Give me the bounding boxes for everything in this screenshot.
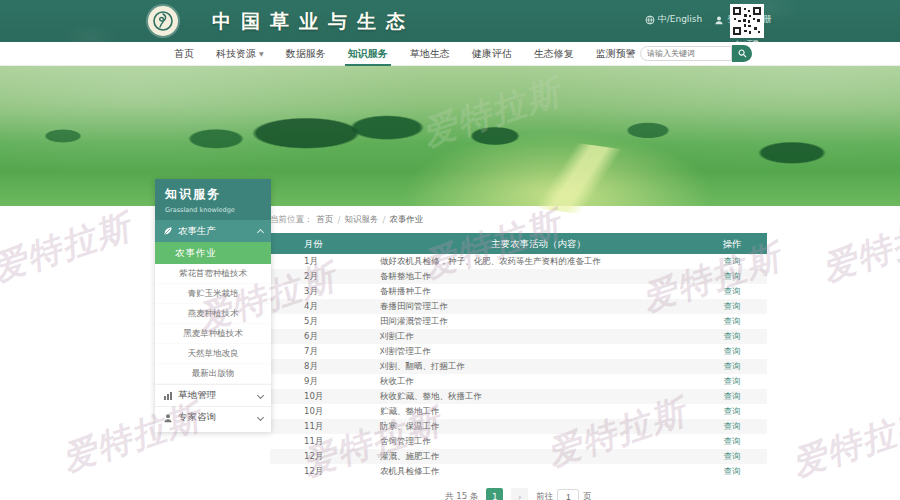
nav-item-label: 数据服务 (286, 47, 326, 61)
cell-activity: 田间灌溉管理工作 (380, 316, 697, 328)
cell-activity: 备耕播种工作 (380, 286, 697, 298)
nav-item[interactable]: 知识服务 ▼ (337, 42, 399, 66)
nav-search (640, 45, 752, 62)
pagination-next-button[interactable]: › (511, 488, 528, 500)
table-row: 1月 做好农机具检修，种子、化肥、农药等生产资料的准备工作 查询 (270, 254, 767, 269)
cell-month: 2月 (270, 271, 380, 283)
sidebar: 知识服务 Grassland knowledge 农事生产 农事作业 紫花苜蓿种… (155, 179, 271, 432)
query-link[interactable]: 查询 (724, 271, 741, 281)
search-button[interactable] (732, 45, 752, 62)
cell-activity: 做好农机具检修，种子、化肥、农药等生产资料的准备工作 (380, 256, 697, 268)
table-header-row: 月份 主要农事活动（内容） 操作 (270, 235, 767, 254)
content-area: 知识服务 Grassland knowledge 农事生产 农事作业 紫花苜蓿种… (0, 206, 900, 500)
sidebar-sub-item[interactable]: 燕麦种植技术 (155, 304, 271, 324)
table-row: 12月 灌溉、施肥工作 查询 (270, 449, 767, 464)
query-link[interactable]: 查询 (724, 256, 741, 266)
cell-activity: 灌溉、施肥工作 (380, 451, 697, 463)
sidebar-group-farming[interactable]: 农事生产 (155, 220, 271, 242)
nav-item-label: 首页 (174, 47, 194, 61)
query-link[interactable]: 查询 (724, 346, 741, 356)
table-row: 10月 贮藏、整地工作 查询 (270, 404, 767, 419)
qr-code-image (730, 4, 764, 38)
user-icon (714, 15, 724, 25)
cell-month: 9月 (270, 376, 380, 388)
cell-month: 12月 (270, 466, 380, 478)
query-link[interactable]: 查询 (724, 316, 741, 326)
sidebar-group-label: 专家咨询 (178, 411, 253, 424)
globe-icon (645, 15, 655, 25)
goto-suffix: 页 (583, 491, 592, 500)
nav-item[interactable]: 草地生态 ▼ (399, 42, 461, 66)
cell-activity: 防寒、保温工作 (380, 421, 697, 433)
goto-page-input[interactable] (557, 489, 579, 500)
pagination-page-1[interactable]: 1 (486, 488, 503, 500)
query-link[interactable]: 查询 (724, 376, 741, 386)
nav-item-label: 草地生态 (410, 47, 450, 61)
query-link[interactable]: 查询 (724, 331, 741, 341)
nav-item-label: 科技资源 (216, 47, 256, 61)
query-link[interactable]: 查询 (724, 421, 741, 431)
chart-icon (163, 391, 173, 401)
sidebar-sub-item[interactable]: 青贮玉米栽培 (155, 284, 271, 304)
sidebar-title: 知识服务 (165, 186, 261, 203)
query-link[interactable]: 查询 (724, 286, 741, 296)
nav-item-label: 知识服务 (348, 47, 388, 61)
search-icon (738, 49, 747, 58)
site-logo[interactable] (148, 6, 178, 36)
sidebar-sub-item-label: 最新出版物 (192, 368, 235, 380)
cell-activity: 春播田间管理工作 (380, 301, 697, 313)
nav-item-label: 生态修复 (534, 47, 574, 61)
language-switch[interactable]: 中/English (645, 13, 703, 26)
sidebar-sub-item[interactable]: 黑麦草种植技术 (155, 324, 271, 344)
sidebar-sub-item[interactable]: 最新出版物 (155, 364, 271, 384)
cell-month: 3月 (270, 286, 380, 298)
farm-activity-table: 月份 主要农事活动（内容） 操作 1月 做好农机具检修，种子、化肥、农药等生产资… (270, 233, 767, 479)
cell-month: 1月 (270, 256, 380, 268)
sidebar-sub-item[interactable]: 天然草地改良 (155, 344, 271, 364)
table-row: 9月 秋收工作 查询 (270, 374, 767, 389)
sidebar-item-active[interactable]: 农事作业 (155, 242, 271, 264)
query-link[interactable]: 查询 (724, 301, 741, 311)
cell-activity: 刈割工作 (380, 331, 697, 343)
sidebar-group-management[interactable]: 草地管理 (155, 384, 271, 406)
query-link[interactable]: 查询 (724, 361, 741, 371)
cell-month: 10月 (270, 406, 380, 418)
search-input[interactable] (640, 46, 732, 61)
cell-activity: 贮藏、整地工作 (380, 406, 697, 418)
query-link[interactable]: 查询 (724, 451, 741, 461)
nav-item[interactable]: 科技资源 ▼ (205, 42, 275, 66)
chevron-down-icon (257, 392, 264, 399)
breadcrumb-home[interactable]: 首页 (317, 214, 334, 226)
cell-month: 8月 (270, 361, 380, 373)
pagination: 共 15 条 1 › 前往 页 (270, 488, 767, 500)
nav-item[interactable]: 监测预警 ▼ (585, 42, 647, 66)
chevron-down-icon: ▼ (259, 50, 264, 57)
breadcrumb-separator: / (338, 215, 341, 225)
nav-item[interactable]: 数据服务 ▼ (275, 42, 337, 66)
column-header-activity: 主要农事活动（内容） (380, 238, 697, 251)
cell-month: 12月 (270, 451, 380, 463)
cell-activity: 备耕整地工作 (380, 271, 697, 283)
sidebar-group-experts[interactable]: 专家咨询 (155, 406, 271, 428)
sidebar-header: 知识服务 Grassland knowledge (155, 179, 271, 220)
sidebar-sub-item[interactable]: 紫花苜蓿种植技术 (155, 264, 271, 284)
table-row: 10月 秋收贮藏、整地、秋播工作 查询 (270, 389, 767, 404)
chevron-up-icon (257, 229, 264, 236)
breadcrumb-current: 农事作业 (389, 214, 423, 226)
nav-item[interactable]: 首页 ▼ (163, 42, 205, 66)
query-link[interactable]: 查询 (724, 466, 741, 476)
column-header-action: 操作 (697, 238, 767, 251)
leaf-icon (163, 226, 173, 236)
nav-item[interactable]: 生态修复 ▼ (523, 42, 585, 66)
nav-item[interactable]: 健康评估 ▼ (461, 42, 523, 66)
logo-emblem-icon (152, 10, 174, 32)
table-row: 11月 防寒、保温工作 查询 (270, 419, 767, 434)
query-link[interactable]: 查询 (724, 391, 741, 401)
query-link[interactable]: 查询 (724, 406, 741, 416)
breadcrumb-knowledge[interactable]: 知识服务 (344, 214, 378, 226)
query-link[interactable]: 查询 (724, 436, 741, 446)
cell-month: 5月 (270, 316, 380, 328)
breadcrumb-prefix: 当前位置： (270, 214, 313, 226)
pagination-total: 共 15 条 (445, 491, 478, 500)
chevron-down-icon (257, 414, 264, 421)
